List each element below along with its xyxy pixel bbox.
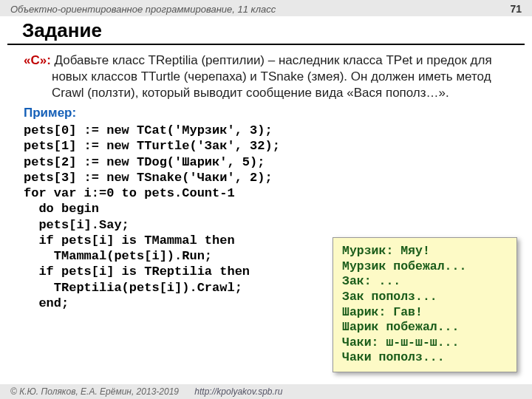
task-description: Добавьте класс TReptilia (рептилии) – на… [51,53,492,100]
slide-footer: © К.Ю. Поляков, Е.А. Ерёмин, 2013-2019 h… [0,384,532,399]
page-number: 71 [510,3,522,15]
slide-title: Задание [7,16,525,45]
footer-url: http://kpolyakov.spb.ru [194,386,282,397]
footer-copyright: © К.Ю. Поляков, Е.А. Ерёмин, 2013-2019 [10,386,179,397]
header-topic: Объектно-ориентированное программировани… [10,4,276,15]
example-label: Пример: [24,105,508,121]
task-label: «C»: [24,53,51,67]
output-box: Мурзик: Мяу! Мурзик побежал... Зак: ... … [332,237,517,372]
task-block: «C»: Добавьте класс TReptilia (рептилии)… [24,52,508,100]
slide-header: Объектно-ориентированное программировани… [0,0,532,16]
